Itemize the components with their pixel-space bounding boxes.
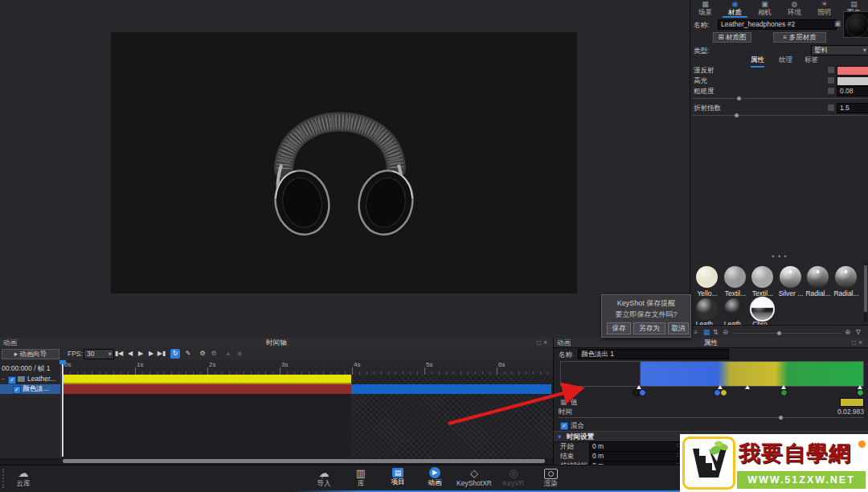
specular-color-swatch[interactable]	[837, 76, 868, 86]
close-panel-icon[interactable]: ×	[543, 338, 550, 346]
library-material[interactable]	[835, 266, 857, 288]
timeline-ruler[interactable]: 0s 1s 2s 3s 4s 5s 6s	[61, 360, 553, 375]
time-slider[interactable]	[559, 417, 864, 418]
timeline-hscrollbar-thumb[interactable]	[63, 459, 545, 463]
library-material[interactable]	[696, 266, 718, 288]
save-button[interactable]: 保存	[607, 322, 631, 334]
diffuse-color-swatch[interactable]	[837, 66, 868, 76]
track-bar-yellow[interactable]	[63, 375, 351, 384]
subtab-properties[interactable]: 属性	[751, 55, 764, 68]
zoom-out-icon[interactable]: ⊖	[723, 328, 728, 336]
ior-slider[interactable]	[692, 115, 867, 116]
track-item-color-fade-selected[interactable]: ✓ 颜色淡...	[0, 384, 60, 394]
float-panel-icon[interactable]: □	[852, 338, 858, 346]
track-checkbox[interactable]: ✓	[8, 376, 16, 384]
render-settings-gear-icon[interactable]: ⚙	[209, 349, 219, 359]
thumbnail-size-slider[interactable]	[732, 333, 841, 334]
taskbar-item-cloud-library[interactable]: ☁ 云库	[8, 465, 39, 492]
roughness-texture-icon[interactable]	[827, 87, 835, 95]
library-scrollbar[interactable]	[864, 263, 867, 322]
list-view-icon[interactable]: ≡	[694, 328, 698, 336]
tab-material[interactable]: ◉ 材质	[720, 0, 750, 17]
material-type-dropdown[interactable]: 塑料 ▾	[811, 45, 868, 55]
taskbar-item-project[interactable]: ▤ 项目	[379, 465, 416, 492]
stop-color-swatch[interactable]	[840, 398, 864, 407]
pen-icon[interactable]: ✎	[183, 349, 193, 359]
fps-dropdown[interactable]: 30 ▾	[84, 349, 114, 359]
taskbar-item-library[interactable]: ▥ 库	[342, 465, 379, 492]
library-material[interactable]	[780, 266, 801, 288]
animation-tab[interactable]: 动画	[557, 338, 571, 348]
library-splitter-handle[interactable]: • • •	[690, 252, 868, 260]
grid-view-icon[interactable]: ▦	[703, 328, 710, 336]
save-as-button[interactable]: 另存为	[633, 322, 665, 334]
subtab-labels[interactable]: 标签	[805, 55, 818, 65]
play-button[interactable]: ▶	[136, 349, 145, 359]
taskbar-item-keyshotxr[interactable]: ◇ KeyShotXR	[453, 465, 495, 492]
animation-wizard-button[interactable]: ▸ 动画向导	[2, 349, 59, 359]
library-scrollbar-thumb[interactable]	[864, 265, 867, 312]
library-material[interactable]	[696, 298, 718, 320]
go-to-end-button[interactable]: ▶▮	[157, 349, 166, 359]
ior-input[interactable]: 1.5	[837, 103, 868, 113]
record-icon[interactable]: ◉	[235, 349, 244, 359]
timeline-tracks-area[interactable]	[61, 375, 553, 458]
spinner-icon[interactable]: ∶	[677, 442, 678, 449]
subtab-textures[interactable]: 纹理	[779, 55, 792, 65]
library-material[interactable]	[724, 298, 746, 320]
playhead[interactable]	[62, 360, 63, 457]
time-slider-handle[interactable]	[779, 416, 783, 420]
material-preview-sphere[interactable]	[845, 14, 868, 37]
tab-scene[interactable]: ▦ 场景	[690, 0, 720, 17]
library-material[interactable]	[724, 266, 746, 288]
library-material[interactable]	[751, 266, 773, 288]
fade-name-input[interactable]: 颜色淡出 1	[578, 349, 729, 359]
multilayer-button[interactable]: ≡ 多层材质	[773, 32, 826, 43]
zoom-in-icon[interactable]: ⊕	[845, 328, 850, 336]
playhead-handle[interactable]	[59, 360, 66, 364]
material-name-input[interactable]: Leather_headphones #2	[718, 19, 837, 30]
material-graph-button[interactable]: ⊞ 材质图	[713, 32, 751, 43]
timeline-hscrollbar[interactable]	[0, 458, 553, 465]
toolbar-drag-handle[interactable]	[2, 469, 6, 488]
float-panel-icon[interactable]: □	[537, 338, 543, 346]
diffuse-texture-icon[interactable]	[827, 66, 835, 74]
roughness-slider[interactable]	[692, 98, 867, 99]
thumbnail-size-handle[interactable]	[777, 331, 781, 335]
taskbar-item-render[interactable]: 渲染	[532, 465, 569, 492]
stop-icon[interactable]: ▦	[560, 398, 567, 406]
step-back-button[interactable]: ◀	[125, 349, 135, 359]
gradient-strip[interactable]	[560, 361, 864, 387]
move-up-icon[interactable]: ▲	[223, 349, 233, 359]
cancel-button[interactable]: 取消	[668, 322, 689, 334]
roughness-slider-handle[interactable]	[737, 96, 741, 100]
library-material[interactable]	[807, 266, 829, 288]
collapse-icon[interactable]: −	[2, 375, 6, 383]
close-panel-icon[interactable]: ×	[858, 338, 865, 346]
realtime-viewport[interactable]	[111, 32, 577, 293]
tab-lighting[interactable]: ☀ 照明	[809, 0, 839, 17]
track-bar-red[interactable]	[63, 384, 351, 394]
section-collapse-icon[interactable]: ▾	[558, 433, 561, 441]
settings-gear-icon[interactable]: ⚙	[198, 349, 207, 359]
track-bar-blue[interactable]	[351, 384, 551, 394]
save-material-icon[interactable]: ▣	[834, 19, 841, 27]
tab-camera[interactable]: ▣ 相机	[750, 0, 780, 17]
loop-toggle[interactable]: ↻	[170, 349, 180, 359]
taskbar-item-animation[interactable]: ▶ 动画	[416, 465, 453, 492]
specular-texture-icon[interactable]	[827, 76, 835, 84]
roughness-input[interactable]: 0.08	[837, 86, 868, 96]
sort-icon[interactable]: ⇅	[713, 328, 719, 336]
step-forward-button[interactable]: ▶	[146, 349, 156, 359]
ior-texture-icon[interactable]	[827, 104, 835, 112]
tab-environment[interactable]: ◍ 环境	[780, 0, 809, 17]
ior-slider-handle[interactable]	[735, 113, 739, 117]
filter-icon[interactable]: ∇	[856, 328, 861, 336]
track-item-leather[interactable]: − ✓ Leather...	[0, 375, 60, 384]
track-checkbox[interactable]: ✓	[13, 386, 21, 394]
taskbar-item-import[interactable]: ☁↓ 导入	[305, 465, 342, 492]
spinner-icon[interactable]: ∶	[677, 452, 678, 459]
blend-checkbox[interactable]: ✓	[560, 422, 568, 430]
taskbar-item-keyvr[interactable]: ◎ KeyVR	[495, 465, 532, 492]
library-material-selected[interactable]	[751, 298, 773, 320]
